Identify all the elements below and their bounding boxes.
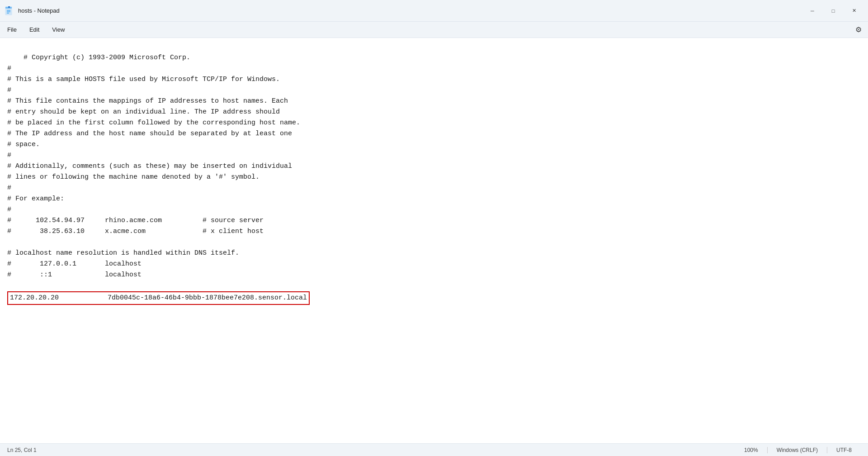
- line-6: # entry should be kept on an individual …: [7, 108, 280, 116]
- menu-edit[interactable]: Edit: [24, 24, 45, 35]
- line-4: #: [7, 86, 11, 94]
- title-left: hosts - Notepad: [4, 5, 60, 16]
- close-button[interactable]: ✕: [844, 0, 864, 22]
- line-3: # This is a sample HOSTS file used by Mi…: [7, 76, 280, 83]
- line-9: # space.: [7, 141, 40, 148]
- line-ending: Windows (CRLF): [767, 447, 827, 453]
- settings-button[interactable]: ⚙: [851, 22, 866, 38]
- line-2: #: [7, 65, 11, 72]
- minimize-button[interactable]: ─: [802, 0, 823, 22]
- line-14: # For example:: [7, 195, 64, 203]
- title-bar: hosts - Notepad ─ □ ✕: [0, 0, 868, 22]
- line-19: # localhost name resolution is handled w…: [7, 249, 239, 257]
- window-title: hosts - Notepad: [18, 7, 60, 14]
- menu-bar: File Edit View ⚙: [0, 22, 868, 38]
- menu-file[interactable]: File: [2, 24, 22, 35]
- cursor-position: Ln 25, Col 1: [7, 447, 735, 453]
- line-1: # Copyright (c) 1993-2009 Microsoft Corp…: [24, 54, 190, 62]
- editor-container[interactable]: # Copyright (c) 1993-2009 Microsoft Corp…: [0, 38, 868, 443]
- editor-content: # Copyright (c) 1993-2009 Microsoft Corp…: [0, 38, 868, 443]
- encoding: UTF-8: [827, 447, 861, 453]
- highlighted-entry: 172.20.20.20 7db0045c-18a6-46b4-9bbb-187…: [7, 291, 310, 305]
- line-5: # This file contains the mappings of IP …: [7, 97, 288, 105]
- maximize-button[interactable]: □: [823, 0, 844, 22]
- line-17: # 38.25.63.10 x.acme.com # x client host: [7, 228, 264, 235]
- line-20: # 127.0.0.1 localhost: [7, 260, 142, 268]
- status-right: 100% Windows (CRLF) UTF-8: [735, 447, 861, 453]
- line-15: #: [7, 206, 11, 214]
- line-12: # lines or following the machine name de…: [7, 173, 259, 181]
- line-7: # be placed in the first column followed…: [7, 119, 300, 127]
- line-10: #: [7, 152, 11, 159]
- line-21: # ::1 localhost: [7, 271, 142, 279]
- notepad-icon: [4, 5, 14, 16]
- line-13: #: [7, 184, 11, 192]
- title-controls: ─ □ ✕: [802, 0, 864, 22]
- menu-view[interactable]: View: [47, 24, 70, 35]
- status-bar: Ln 25, Col 1 100% Windows (CRLF) UTF-8: [0, 443, 868, 456]
- line-11: # Additionally, comments (such as these)…: [7, 162, 292, 170]
- line-8: # The IP address and the host name shoul…: [7, 130, 292, 138]
- line-16: # 102.54.94.97 rhino.acme.com # source s…: [7, 217, 264, 224]
- svg-rect-5: [8, 6, 10, 8]
- zoom-level: 100%: [735, 447, 767, 453]
